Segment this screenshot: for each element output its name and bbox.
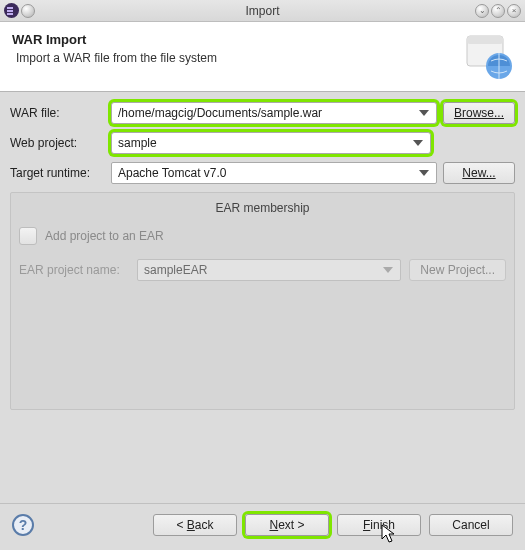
- chevron-down-icon[interactable]: [410, 133, 426, 153]
- chevron-down-icon[interactable]: [416, 163, 432, 183]
- new-project-label: New Project...: [420, 263, 495, 277]
- web-project-row: Web project: sample: [10, 132, 515, 154]
- target-runtime-row: Target runtime: Apache Tomcat v7.0 New..…: [10, 162, 515, 184]
- new-project-button: New Project...: [409, 259, 506, 281]
- web-project-label: Web project:: [10, 136, 105, 150]
- wizard-footer: ? < Back Next > Finish Cancel: [0, 503, 525, 550]
- back-button-label: < Back: [176, 518, 213, 532]
- target-runtime-label: Target runtime:: [10, 166, 105, 180]
- add-to-ear-label: Add project to an EAR: [45, 229, 164, 243]
- target-runtime-value: Apache Tomcat v7.0: [118, 166, 227, 180]
- banner-heading: WAR Import: [12, 32, 513, 47]
- war-file-combo[interactable]: /home/magcig/Documents/sample.war: [111, 102, 437, 124]
- ear-name-combo: sampleEAR: [137, 259, 401, 281]
- titlebar: Import ⌄ ⌃ ×: [0, 0, 525, 22]
- war-import-icon: [463, 30, 515, 82]
- next-button[interactable]: Next >: [245, 514, 329, 536]
- chevron-down-icon[interactable]: [416, 103, 432, 123]
- add-to-ear-checkbox[interactable]: Add project to an EAR: [19, 227, 506, 245]
- web-project-value: sample: [118, 136, 157, 150]
- war-file-value: /home/magcig/Documents/sample.war: [118, 106, 322, 120]
- war-file-row: WAR file: /home/magcig/Documents/sample.…: [10, 102, 515, 124]
- ear-name-value: sampleEAR: [144, 263, 207, 277]
- war-file-label: WAR file:: [10, 106, 105, 120]
- back-button[interactable]: < Back: [153, 514, 237, 536]
- cursor-icon: [381, 524, 397, 544]
- new-runtime-button[interactable]: New...: [443, 162, 515, 184]
- next-button-label: Next >: [269, 518, 304, 532]
- ear-membership-group: EAR membership Add project to an EAR EAR…: [10, 192, 515, 410]
- cancel-button-label: Cancel: [452, 518, 489, 532]
- checkbox-icon: [19, 227, 37, 245]
- finish-button[interactable]: Finish: [337, 514, 421, 536]
- chevron-down-icon: [380, 260, 396, 280]
- banner-subtext: Import a WAR file from the file system: [12, 51, 513, 65]
- wizard-content: WAR file: /home/magcig/Documents/sample.…: [0, 92, 525, 416]
- ear-group-title: EAR membership: [19, 197, 506, 227]
- ear-name-label: EAR project name:: [19, 263, 129, 277]
- target-runtime-combo[interactable]: Apache Tomcat v7.0: [111, 162, 437, 184]
- help-icon[interactable]: ?: [12, 514, 34, 536]
- browse-button[interactable]: Browse...: [443, 102, 515, 124]
- window-title: Import: [0, 4, 525, 18]
- web-project-combo[interactable]: sample: [111, 132, 431, 154]
- wizard-banner: WAR Import Import a WAR file from the fi…: [0, 22, 525, 92]
- ear-name-row: EAR project name: sampleEAR New Project.…: [19, 259, 506, 281]
- new-runtime-label: New...: [462, 166, 495, 180]
- browse-button-label: Browse...: [454, 106, 504, 120]
- svg-rect-1: [467, 36, 503, 44]
- cancel-button[interactable]: Cancel: [429, 514, 513, 536]
